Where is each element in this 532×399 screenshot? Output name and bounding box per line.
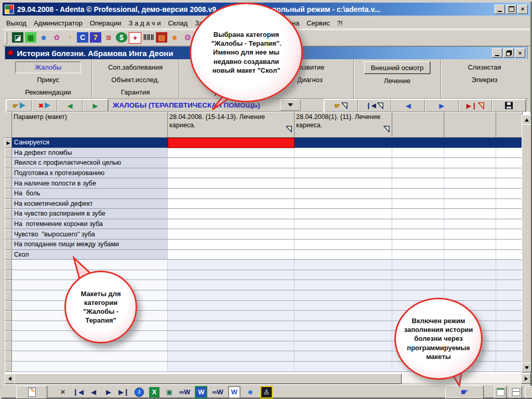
parameter-cell[interactable]: Санируется [12,138,168,148]
empty-cell[interactable] [295,351,392,362]
table-row[interactable]: На наличие полости в зубе [5,178,530,189]
value-cell[interactable] [496,229,523,240]
empty-cell[interactable] [496,331,523,341]
parameter-cell[interactable]: На дефект пломбы [12,148,168,158]
column-header-2[interactable]: 28.04.2008. {15-14-13}. Лечение кариеса. [168,112,295,138]
parameter-cell[interactable]: Подготовка к протезированию [12,168,168,179]
tab-прикус[interactable]: Прикус [15,74,81,85]
menu-item-операции[interactable]: Операции [86,18,125,28]
empty-cell[interactable] [496,351,523,362]
doc-minimize-button[interactable] [492,48,502,58]
empty-cell[interactable] [168,260,295,270]
value-cell[interactable] [295,148,392,158]
empty-cell[interactable] [496,270,523,281]
tab-слизистая[interactable]: Слизистая [451,61,517,73]
nav-last-icon[interactable]: ▶❙ [118,387,129,397]
empty-cell[interactable] [496,341,523,352]
find-word-icon[interactable]: ∞W [179,387,191,397]
value-cell[interactable] [392,219,444,230]
table-row[interactable]: На дефект пломбы [5,148,530,158]
empty-cell[interactable] [295,362,392,372]
value-cell[interactable] [444,148,496,158]
empty-cell[interactable] [496,301,523,311]
doc-restore-button[interactable] [503,48,514,58]
table-row[interactable]: На боль [5,189,530,199]
empty-cell[interactable] [392,260,444,270]
empty-cell[interactable] [12,341,168,352]
parameter-cell[interactable]: Чувство "выросшего" зуба [12,229,168,240]
value-cell[interactable] [295,178,392,189]
value-cell[interactable] [444,209,496,219]
cashbox-icon[interactable]: ▤ [156,32,167,43]
value-cell[interactable] [295,250,392,260]
empty-cell[interactable] [295,260,392,270]
empty-cell[interactable] [444,280,496,290]
value-cell[interactable] [392,250,444,260]
value-cell[interactable] [392,178,444,189]
empty-cell[interactable] [392,270,444,281]
first-record-button[interactable]: ❙◀ [358,99,392,112]
value-cell[interactable] [444,168,496,179]
value-cell[interactable] [444,240,496,250]
value-cell[interactable] [496,138,523,148]
value-cell[interactable] [168,219,295,230]
value-cell[interactable] [168,138,295,148]
value-cell[interactable] [392,229,444,240]
value-cell[interactable] [295,240,392,250]
empty-cell[interactable] [295,321,392,331]
empty-cell[interactable] [295,331,392,341]
value-cell[interactable] [392,138,444,148]
tab-лечение[interactable]: Лечение [364,75,430,86]
calendar-c-icon[interactable]: C [77,32,88,43]
menu-item-администратор[interactable]: Администратор [30,18,86,28]
nav-prev-icon[interactable]: ◀ [88,387,99,397]
value-cell[interactable] [295,189,392,199]
empty-cell[interactable] [168,301,295,311]
vertical-scrollbar[interactable] [522,115,530,373]
empty-cell[interactable] [444,270,496,281]
parameter-cell[interactable]: На чувство распирания в зубе [12,209,168,219]
clock-icon[interactable]: ◔ [64,32,75,43]
empty-cell[interactable] [168,270,295,281]
value-cell[interactable] [168,209,295,219]
cancel-template-button[interactable]: ✖ [32,99,57,112]
value-cell[interactable] [295,229,392,240]
next-template-button[interactable]: ▶ [83,99,108,112]
menu-item-сервис[interactable]: Сервис [303,18,334,28]
empty-cell[interactable] [496,260,523,270]
value-cell[interactable] [496,240,523,250]
prev-record-button[interactable]: ◀ [391,99,425,112]
value-cell[interactable] [168,250,295,260]
table-row[interactable]: Явился с профилактической целью [5,158,530,168]
empty-cell[interactable] [168,362,295,372]
empty-cell[interactable] [12,362,168,372]
calendar-7-icon[interactable]: 7 [90,32,101,43]
column-header-6[interactable] [496,112,523,138]
balloons-icon[interactable]: ✿ [51,32,62,43]
value-cell[interactable] [168,178,295,189]
empty-cell[interactable] [168,331,295,341]
find-word2-icon[interactable]: ∞W [212,387,223,397]
empty-cell[interactable] [496,321,523,331]
nav-next-icon[interactable]: ▶ [103,387,114,397]
column-header-4[interactable] [392,112,444,138]
parameter-cell[interactable]: На попадание пищи между зубами [12,240,168,250]
value-cell[interactable] [295,168,392,179]
parameter-cell[interactable]: На косметический дефект [12,199,168,209]
empty-cell[interactable] [168,280,295,290]
value-cell[interactable] [496,148,523,158]
apply-template-button[interactable]: ☛ [6,99,32,112]
scroll-up-button[interactable] [522,115,531,125]
table-row[interactable]: На косметический дефект [5,199,530,209]
scroll-down-button[interactable] [522,363,531,373]
parameter-cell[interactable]: Явился с профилактической целью [12,158,168,168]
value-cell[interactable] [392,240,444,250]
table-row[interactable]: На чувство распирания в зубе [5,209,530,219]
scroll-right-button[interactable] [521,374,531,384]
vertical-scroll-thumb[interactable] [522,124,531,363]
delete-icon[interactable]: ✕ [58,387,68,397]
exit-icon[interactable]: ◪ [12,32,23,43]
value-cell[interactable] [392,148,444,158]
value-cell[interactable] [444,178,496,189]
value-cell[interactable] [392,209,444,219]
